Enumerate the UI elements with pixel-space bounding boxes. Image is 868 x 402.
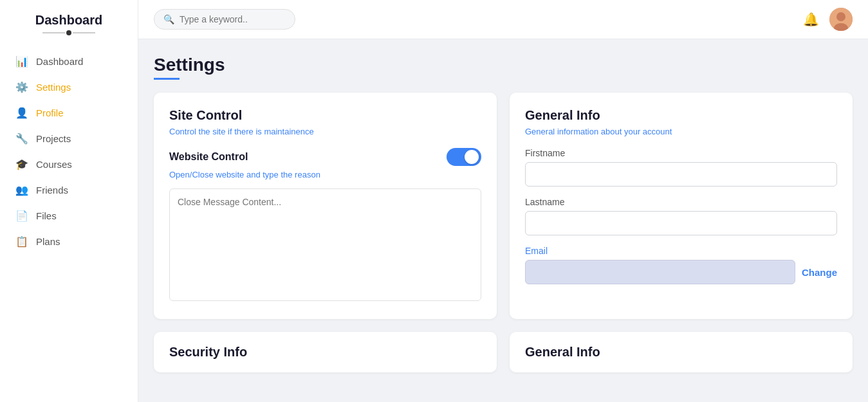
site-control-subtitle: Control the site if there is maintainenc…	[169, 127, 481, 136]
logo-divider	[13, 30, 125, 35]
sidebar: Dashboard 📊 Dashboard ⚙️ Settings 👤 Prof…	[0, 0, 138, 402]
sidebar-label-projects: Projects	[36, 133, 71, 144]
search-input[interactable]	[180, 14, 286, 24]
website-toggle[interactable]	[447, 148, 481, 166]
courses-icon: 🎓	[15, 158, 28, 170]
sidebar-item-files[interactable]: 📄 Files	[6, 203, 131, 228]
site-control-title: Site Control	[169, 108, 481, 123]
header-right: 🔔	[803, 8, 853, 31]
friends-icon: 👥	[15, 183, 28, 196]
website-control-label: Website Control	[169, 151, 248, 163]
avatar-svg	[829, 8, 853, 31]
plans-icon: 📋	[15, 235, 28, 248]
profile-icon: 👤	[15, 106, 28, 119]
sidebar-item-courses[interactable]: 🎓 Courses	[6, 151, 131, 177]
files-icon: 📄	[15, 209, 28, 222]
avatar[interactable]	[829, 8, 853, 31]
sidebar-label-courses: Courses	[36, 159, 72, 170]
general-info-card-2: General Info	[510, 332, 853, 372]
email-label: Email	[525, 246, 837, 256]
email-input[interactable]	[525, 260, 795, 284]
lastname-group: Lastname	[525, 197, 837, 235]
logo-line-right	[73, 32, 95, 33]
page-title: Settings	[154, 55, 853, 75]
lastname-input[interactable]	[525, 211, 837, 235]
logo-dot	[66, 30, 71, 35]
dashboard-icon: 📊	[15, 55, 28, 68]
header: 🔍 🔔	[138, 0, 868, 39]
security-info-title: Security Info	[169, 345, 481, 360]
email-group: Email Change	[525, 246, 837, 284]
website-control-desc: Open/Close website and type the reason	[169, 170, 481, 179]
content-area: Settings Site Control Control the site i…	[138, 39, 868, 402]
firstname-group: Firstname	[525, 148, 837, 187]
sidebar-label-friends: Friends	[36, 185, 68, 196]
sidebar-item-projects[interactable]: 🔧 Projects	[6, 125, 131, 151]
sidebar-item-profile[interactable]: 👤 Profile	[6, 100, 131, 125]
general-info-card: General Info General information about y…	[510, 93, 853, 319]
site-control-card: Site Control Control the site if there i…	[154, 93, 497, 319]
general-info-title: General Info	[525, 108, 837, 123]
search-icon: 🔍	[163, 14, 174, 24]
sidebar-item-settings[interactable]: ⚙️ Settings	[6, 74, 131, 100]
website-control-row: Website Control	[169, 148, 481, 166]
cards-grid: Site Control Control the site if there i…	[154, 93, 853, 319]
projects-icon: 🔧	[15, 132, 28, 145]
email-row: Change	[525, 260, 837, 284]
firstname-input[interactable]	[525, 162, 837, 187]
general-info-title-2: General Info	[525, 345, 837, 360]
change-button[interactable]: Change	[802, 267, 837, 278]
sidebar-logo: Dashboard	[0, 13, 138, 35]
sidebar-item-dashboard[interactable]: 📊 Dashboard	[6, 48, 131, 74]
toggle-knob	[465, 150, 479, 164]
sidebar-label-profile: Profile	[36, 107, 64, 118]
page-title-underline	[154, 78, 180, 80]
sidebar-item-friends[interactable]: 👥 Friends	[6, 177, 131, 203]
settings-icon: ⚙️	[15, 80, 28, 93]
bell-icon[interactable]: 🔔	[803, 12, 819, 27]
main-area: 🔍 🔔 Settings Site Control Control the s	[138, 0, 868, 402]
sidebar-label-settings: Settings	[36, 82, 71, 93]
sidebar-label-plans: Plans	[36, 236, 60, 247]
lastname-label: Lastname	[525, 197, 837, 207]
close-message-textarea[interactable]	[169, 188, 481, 301]
sidebar-label-dashboard: Dashboard	[36, 56, 83, 67]
sidebar-item-plans[interactable]: 📋 Plans	[6, 228, 131, 254]
bottom-cards: Security Info General Info	[154, 332, 853, 372]
sidebar-label-files: Files	[36, 210, 57, 221]
logo-line-left	[42, 32, 65, 33]
security-info-card: Security Info	[154, 332, 497, 372]
general-info-subtitle: General information about your account	[525, 127, 837, 136]
firstname-label: Firstname	[525, 148, 837, 158]
search-box[interactable]: 🔍	[154, 9, 295, 30]
svg-point-1	[836, 12, 845, 21]
sidebar-nav: 📊 Dashboard ⚙️ Settings 👤 Profile 🔧 Proj…	[0, 48, 138, 254]
logo-title: Dashboard	[13, 13, 125, 28]
